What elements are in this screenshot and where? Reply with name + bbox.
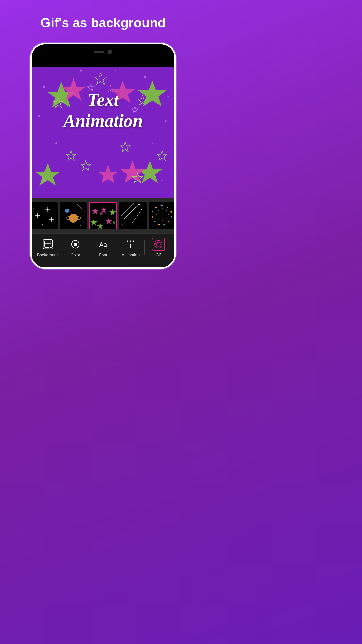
svg-point-82 xyxy=(152,216,153,218)
svg-point-78 xyxy=(168,221,169,222)
svg-point-91 xyxy=(158,218,159,219)
text-line2: Animation xyxy=(37,110,169,131)
svg-point-92 xyxy=(156,214,157,215)
svg-point-16 xyxy=(43,85,45,88)
svg-point-106 xyxy=(127,241,128,242)
svg-point-85 xyxy=(161,205,162,206)
bottom-toolbar: Background Color Aa Font xyxy=(32,233,174,262)
svg-point-81 xyxy=(154,221,156,222)
toolbar-label-gif: Gif xyxy=(156,253,161,257)
svg-point-79 xyxy=(164,224,165,225)
svg-point-68 xyxy=(141,209,142,210)
silent-button xyxy=(30,79,31,92)
svg-point-49 xyxy=(62,214,63,215)
svg-point-50 xyxy=(83,222,84,222)
svg-marker-12 xyxy=(120,142,130,152)
svg-marker-3 xyxy=(138,160,162,183)
svg-point-107 xyxy=(133,241,134,242)
phone-content-area: Text Animation xyxy=(32,67,174,198)
svg-marker-15 xyxy=(133,173,143,183)
svg-point-83 xyxy=(152,211,154,213)
gif-thumb-1[interactable] xyxy=(32,202,58,229)
gif-thumb-5[interactable] xyxy=(149,202,174,229)
power-button xyxy=(175,90,176,110)
svg-point-36 xyxy=(47,209,48,210)
svg-point-111 xyxy=(156,242,160,246)
svg-point-109 xyxy=(130,241,131,242)
svg-point-26 xyxy=(161,180,163,181)
main-text-display: Text Animation xyxy=(37,90,169,131)
svg-point-25 xyxy=(43,179,45,181)
svg-point-87 xyxy=(166,210,167,211)
toolbar-label-font: Font xyxy=(99,253,107,257)
svg-point-42 xyxy=(54,213,54,214)
gif-thumb-3[interactable] xyxy=(89,202,117,229)
svg-point-89 xyxy=(166,218,167,219)
svg-marker-8 xyxy=(95,73,107,84)
phone-frame: Text Animation xyxy=(30,43,176,269)
phone-bottom-padding xyxy=(32,262,174,267)
svg-point-48 xyxy=(65,209,69,213)
svg-point-18 xyxy=(115,70,116,71)
svg-marker-11 xyxy=(66,151,76,160)
page-title: Gif's as background xyxy=(40,15,166,30)
gif-thumb-4[interactable] xyxy=(119,202,147,229)
toolbar-item-font[interactable]: Aa Font xyxy=(89,238,117,257)
svg-point-76 xyxy=(170,211,172,213)
toolbar-item-gif[interactable]: Gif xyxy=(145,238,172,257)
svg-point-53 xyxy=(80,225,81,226)
color-icon xyxy=(69,238,82,251)
svg-point-93 xyxy=(158,210,159,211)
svg-point-75 xyxy=(167,207,168,208)
svg-marker-14 xyxy=(81,160,91,170)
svg-point-102 xyxy=(74,243,77,246)
svg-point-52 xyxy=(84,212,85,212)
phone-top-bar xyxy=(32,44,174,67)
svg-point-88 xyxy=(168,214,169,215)
svg-point-39 xyxy=(51,219,52,220)
svg-rect-63 xyxy=(119,202,147,229)
gif-icon xyxy=(152,238,165,251)
svg-marker-7 xyxy=(98,164,118,183)
svg-point-66 xyxy=(138,204,140,205)
svg-point-23 xyxy=(55,142,57,144)
svg-rect-54 xyxy=(90,203,117,229)
svg-text:Aa: Aa xyxy=(99,241,107,248)
notch-pill xyxy=(94,51,104,53)
notch xyxy=(78,44,128,59)
svg-point-72 xyxy=(122,224,123,225)
background-icon xyxy=(41,238,54,251)
svg-point-46 xyxy=(69,214,78,223)
volume-up-button xyxy=(30,97,31,115)
svg-point-19 xyxy=(144,76,146,78)
font-icon: Aa xyxy=(97,238,110,251)
text-line1: Text xyxy=(37,90,169,110)
svg-point-84 xyxy=(155,207,157,208)
svg-point-41 xyxy=(33,208,34,209)
svg-point-33 xyxy=(37,215,38,216)
animation-icon xyxy=(124,238,137,251)
svg-point-77 xyxy=(171,216,172,218)
gif-thumb-2[interactable] xyxy=(60,202,87,229)
svg-point-74 xyxy=(162,205,163,206)
svg-marker-2 xyxy=(35,163,60,186)
svg-point-110 xyxy=(155,240,162,248)
toolbar-label-color: Color xyxy=(71,253,80,257)
svg-marker-6 xyxy=(120,160,145,183)
toolbar-item-background[interactable]: Background xyxy=(34,238,62,257)
gif-picker-strip[interactable] xyxy=(32,198,174,233)
svg-point-17 xyxy=(80,70,82,72)
svg-marker-13 xyxy=(157,151,167,160)
svg-point-51 xyxy=(64,223,65,223)
svg-point-24 xyxy=(152,143,153,144)
toolbar-label-animation: Animation xyxy=(122,253,140,257)
svg-point-70 xyxy=(134,203,134,204)
svg-point-80 xyxy=(158,224,160,225)
toolbar-label-background: Background xyxy=(37,253,59,257)
toolbar-item-color[interactable]: Color xyxy=(62,238,89,257)
svg-point-71 xyxy=(129,223,129,224)
volume-down-button xyxy=(30,120,31,137)
notch-camera xyxy=(108,50,112,54)
svg-point-90 xyxy=(162,220,163,221)
toolbar-item-animation[interactable]: Animation xyxy=(117,238,144,257)
